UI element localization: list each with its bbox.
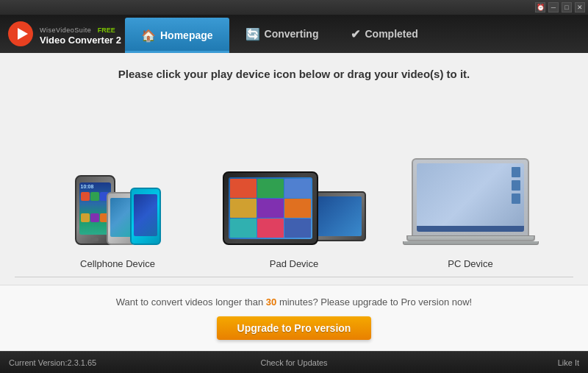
content-divider bbox=[15, 277, 573, 277]
close-button[interactable]: ✕ bbox=[575, 2, 585, 13]
laptop-bottom bbox=[403, 241, 539, 245]
phone-cyan bbox=[130, 188, 161, 245]
devices-row: 10:08 bbox=[0, 91, 588, 269]
tablet-cell-3 bbox=[284, 179, 311, 198]
promo-text: Want to convert videos longer than 30 mi… bbox=[15, 296, 573, 308]
status-bar: Current Version:2.3.1.65 Check for Updat… bbox=[0, 351, 588, 373]
cellphone-image: 10:08 bbox=[75, 175, 161, 245]
main-content: Please click your play device icon below… bbox=[0, 53, 588, 351]
pc-image bbox=[403, 158, 539, 245]
promo-text-before: Want to convert videos longer than bbox=[116, 296, 266, 308]
like-text[interactable]: Like It bbox=[389, 358, 579, 367]
tab-homepage[interactable]: 🏠 Homepage bbox=[125, 18, 229, 53]
tab-homepage-label: Homepage bbox=[160, 29, 213, 41]
tablet-cell-8 bbox=[257, 219, 284, 238]
logo-text: WiseVideoSuite FREE Video Converter 2 bbox=[40, 22, 121, 46]
pad-image bbox=[223, 171, 366, 245]
tablet-cell-5 bbox=[257, 199, 284, 218]
desktop-icon-1 bbox=[512, 167, 520, 177]
laptop-taskbar bbox=[417, 226, 524, 232]
pad-device[interactable]: Pad Device bbox=[228, 171, 360, 269]
phone-cyan-screen bbox=[134, 194, 157, 236]
check-updates-link[interactable]: Check for Updates bbox=[199, 358, 390, 367]
app-logo-icon bbox=[7, 21, 34, 47]
tab-completed-label: Completed bbox=[365, 28, 417, 40]
pc-device[interactable]: PC Device bbox=[404, 158, 537, 269]
phone-home-button bbox=[91, 238, 98, 241]
logo-area: WiseVideoSuite FREE Video Converter 2 bbox=[0, 21, 125, 47]
alarm-icon[interactable]: ⏰ bbox=[535, 2, 545, 13]
navigation-tabs: 🏠 Homepage 🔄 Converting ✔ Completed bbox=[125, 15, 588, 53]
minimize-button[interactable]: ─ bbox=[548, 2, 559, 13]
home-icon: 🏠 bbox=[141, 29, 156, 43]
laptop-screen-part bbox=[412, 158, 529, 235]
promo-minutes: 30 bbox=[266, 296, 276, 308]
tab-completed[interactable]: ✔ Completed bbox=[334, 15, 434, 53]
convert-icon: 🔄 bbox=[245, 27, 260, 41]
tablet-small-screen bbox=[312, 196, 362, 236]
cellphone-label: Cellphone Device bbox=[80, 258, 155, 269]
window-controls: ⏰ ─ □ ✕ bbox=[535, 2, 585, 13]
tablet-cell-9 bbox=[284, 219, 311, 238]
laptop-desktop-icons bbox=[512, 167, 520, 204]
tab-converting-label: Converting bbox=[265, 28, 319, 40]
tablet-grid bbox=[229, 177, 312, 239]
upgrade-button[interactable]: Upgrade to Pro version bbox=[217, 316, 372, 340]
free-badge: FREE bbox=[98, 26, 115, 34]
tablet-cell-7 bbox=[230, 219, 257, 238]
phone-group: 10:08 bbox=[75, 175, 161, 245]
laptop-base bbox=[406, 235, 535, 241]
brand-name: WiseVideoSuite bbox=[40, 26, 91, 34]
desktop-icon-3 bbox=[512, 193, 520, 204]
check-icon: ✔ bbox=[351, 27, 360, 41]
cellphone-device[interactable]: 10:08 bbox=[51, 175, 184, 269]
pc-label: PC Device bbox=[448, 258, 492, 269]
restore-button[interactable]: □ bbox=[562, 2, 572, 13]
laptop-display bbox=[417, 163, 524, 232]
title-bar: ⏰ ─ □ ✕ bbox=[0, 0, 588, 15]
tablet-cell-1 bbox=[230, 179, 257, 198]
tablet-cell-4 bbox=[230, 199, 257, 218]
tab-converting[interactable]: 🔄 Converting bbox=[229, 15, 335, 53]
phone-small-screen bbox=[110, 198, 132, 237]
tablet-main bbox=[223, 171, 318, 245]
pad-label: Pad Device bbox=[270, 258, 318, 269]
instruction-text: Please click your play device icon below… bbox=[0, 53, 588, 91]
tablet-cell-2 bbox=[257, 179, 284, 198]
version-text: Current Version:2.3.1.65 bbox=[9, 358, 199, 367]
desktop-icon-2 bbox=[512, 180, 520, 191]
tablet-cell-6 bbox=[284, 199, 311, 218]
promo-text-after: minutes? Please upgrade to Pro version n… bbox=[276, 296, 472, 308]
tablet-screen bbox=[229, 177, 312, 239]
laptop bbox=[403, 158, 539, 245]
product-name: Video Converter 2 bbox=[40, 35, 121, 46]
tablet-group bbox=[223, 171, 366, 245]
header: WiseVideoSuite FREE Video Converter 2 🏠 … bbox=[0, 15, 588, 53]
promo-section: Want to convert videos longer than 30 mi… bbox=[0, 285, 588, 351]
